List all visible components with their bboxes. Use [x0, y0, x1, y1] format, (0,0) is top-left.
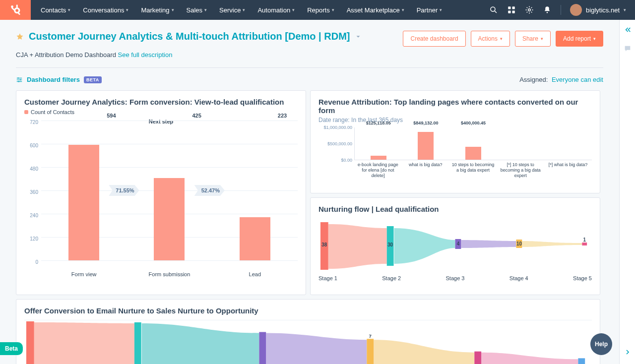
- svg-point-16: [18, 77, 19, 78]
- help-button[interactable]: Help: [590, 333, 612, 355]
- share-button[interactable]: Share▾: [515, 31, 551, 47]
- add-report-button[interactable]: Add report▾: [556, 31, 603, 47]
- gear-icon[interactable]: [525, 5, 534, 14]
- svg-line-6: [495, 11, 497, 13]
- nav-menu-service[interactable]: Service▾: [213, 0, 251, 20]
- card-title: Revenue Attribution: Top landing pages w…: [318, 98, 592, 115]
- svg-point-5: [491, 7, 495, 11]
- card-title: Offer Conversion to Email Nurture to Sal…: [24, 306, 592, 315]
- card-title: Customer Journey Analytics: Form convers…: [24, 98, 298, 106]
- svg-rect-8: [512, 6, 515, 9]
- svg-text:38: 38: [321, 242, 327, 247]
- nav-menu-partner[interactable]: Partner▾: [411, 0, 448, 20]
- revenue-chart: $0.00$500,000.00$1,000,000.00$125,118.05…: [318, 127, 592, 187]
- hubspot-logo[interactable]: [0, 0, 31, 20]
- card-revenue: Revenue Attribution: Top landing pages w…: [310, 90, 600, 193]
- collapse-icon[interactable]: [624, 26, 632, 34]
- svg-point-18: [18, 81, 19, 82]
- nav-menu-contacts[interactable]: Contacts▾: [35, 0, 76, 20]
- beta-tab[interactable]: Beta: [0, 342, 23, 355]
- svg-rect-31: [259, 332, 266, 364]
- svg-point-1: [15, 8, 19, 13]
- offer-sankey-chart: 34 34 25 7 20 4: [24, 315, 592, 364]
- page-header: Customer Journey Analytics & Multi-touch…: [16, 31, 603, 59]
- svg-rect-2: [16, 4, 18, 8]
- actions-button[interactable]: Actions▾: [471, 31, 510, 47]
- right-rail: [619, 20, 635, 364]
- card-funnel: Customer Journey Analytics: Form convers…: [16, 90, 306, 295]
- svg-text:7: 7: [369, 333, 372, 339]
- account-menu[interactable]: biglytics.net ▾: [570, 4, 626, 16]
- svg-text:10: 10: [516, 241, 522, 246]
- nav-menu-sales[interactable]: Sales▾: [181, 0, 213, 20]
- svg-rect-29: [26, 321, 34, 364]
- svg-rect-33: [474, 352, 481, 364]
- search-icon[interactable]: [489, 5, 498, 14]
- svg-point-17: [20, 79, 21, 80]
- assigned-link[interactable]: Everyone can edit: [552, 76, 603, 83]
- chat-icon[interactable]: [624, 45, 632, 53]
- svg-rect-30: [134, 322, 141, 364]
- svg-rect-9: [508, 11, 510, 13]
- description-row: CJA + Attribution Demo Dashboard See ful…: [16, 51, 362, 59]
- nav-menu-marketing[interactable]: Marketing▾: [135, 0, 180, 20]
- create-dashboard-button[interactable]: Create dashboard: [403, 31, 465, 47]
- top-nav: Contacts▾Conversations▾Marketing▾Sales▾S…: [0, 0, 635, 20]
- svg-text:30: 30: [387, 242, 393, 247]
- bell-icon[interactable]: [543, 5, 552, 14]
- svg-rect-32: [367, 339, 374, 364]
- svg-rect-7: [508, 6, 510, 9]
- main-menu: Contacts▾Conversations▾Marketing▾Sales▾S…: [31, 0, 448, 20]
- title-dropdown-icon[interactable]: [355, 33, 362, 40]
- account-name: biglytics.net: [586, 6, 620, 14]
- svg-rect-34: [578, 358, 585, 364]
- favorite-star-icon[interactable]: [16, 33, 24, 41]
- svg-rect-23: [582, 243, 587, 245]
- nav-menu-automation[interactable]: Automation▾: [252, 0, 301, 20]
- legend-color-icon: [24, 110, 28, 114]
- page-title: Customer Journey Analytics & Multi-touch…: [29, 31, 350, 42]
- avatar: [570, 4, 582, 16]
- marketplace-icon[interactable]: [507, 5, 516, 14]
- card-offer-sankey: Offer Conversion to Email Nurture to Sal…: [16, 299, 600, 364]
- see-full-description-link[interactable]: See full description: [118, 51, 173, 59]
- nav-menu-conversations[interactable]: Conversations▾: [77, 0, 134, 20]
- filter-icon: [16, 76, 23, 83]
- funnel-chart: 012024036048060072059442571.55%22352.47%…: [24, 119, 298, 277]
- svg-text:4: 4: [457, 241, 460, 246]
- nurture-sankey-chart: 38 30 4 10 1 Stage 1Stage 2Stage 3Stage …: [318, 219, 592, 289]
- card-nurture-sankey: Nurturing flow | Lead qualification 38 3…: [310, 197, 600, 295]
- beta-badge: BETA: [84, 76, 102, 83]
- dashboard-filters-button[interactable]: Dashboard filters BETA: [16, 76, 102, 83]
- svg-point-11: [528, 9, 531, 11]
- svg-text:1: 1: [583, 237, 586, 243]
- nav-menu-reports[interactable]: Reports▾: [301, 0, 340, 20]
- card-subtitle: Date range: In the last 365 days: [318, 117, 592, 123]
- nav-menu-asset-marketplace[interactable]: Asset Marketplace▾: [341, 0, 410, 20]
- svg-point-12: [547, 12, 548, 13]
- card-title: Nurturing flow | Lead qualification: [318, 205, 592, 213]
- rail-next-icon[interactable]: [624, 348, 632, 356]
- svg-rect-10: [512, 11, 515, 13]
